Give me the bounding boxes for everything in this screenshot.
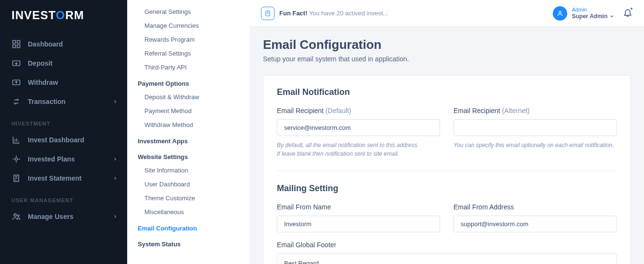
dashboard-icon <box>12 39 21 49</box>
funfact-bold: Fun Fact! <box>279 10 308 17</box>
brand-part1: INVEST <box>12 9 56 22</box>
subnav-system-status[interactable]: System Status <box>127 235 250 251</box>
subnav-deposit-withdraw[interactable]: Deposit & Withdraw <box>127 90 250 104</box>
statement-icon <box>12 173 21 183</box>
nav-label: Transaction <box>28 98 66 105</box>
section-title-mailing: Mailing Setting <box>277 184 617 194</box>
label-from-name: Email From Name <box>277 203 440 211</box>
avatar <box>553 6 567 21</box>
subnav-head-website: Website Settings <box>127 148 250 163</box>
notification-dot <box>630 7 633 11</box>
svg-point-10 <box>559 11 561 13</box>
notifications-button[interactable] <box>623 8 632 19</box>
withdraw-icon <box>12 78 21 87</box>
subnav-head-investment-apps[interactable]: Investment Apps <box>127 132 250 148</box>
users-icon <box>12 212 21 221</box>
nav-group-investment: INVESTMENT <box>0 111 127 130</box>
nav-label: Invested Plans <box>28 155 75 163</box>
nav-manage-users[interactable]: Manage Users <box>0 207 127 226</box>
funfact: Fun Fact! You have 20 actived invest... <box>261 7 388 20</box>
svg-rect-2 <box>13 45 16 48</box>
brand-accent: O <box>56 9 65 22</box>
subnav-miscellaneous[interactable]: Miscellaneous <box>127 205 250 219</box>
settings-card: Email Notification Email Recipient (Defa… <box>263 75 631 264</box>
content: Email Configuration Setup your email sys… <box>250 27 644 264</box>
nav-label: Withdraw <box>28 79 58 86</box>
chevron-right-icon <box>113 155 118 163</box>
input-recipient-alt[interactable] <box>453 119 617 136</box>
subnav-site-information[interactable]: Site Information <box>127 163 250 177</box>
svg-rect-3 <box>17 45 20 48</box>
help-recipient-default: By default, all the email notification s… <box>277 141 440 158</box>
subnav-rewards-program[interactable]: Rewards Program <box>127 33 250 46</box>
svg-rect-1 <box>17 41 20 44</box>
page-title: Email Configuration <box>263 37 631 52</box>
plans-icon <box>12 154 21 164</box>
input-recipient-default[interactable] <box>277 119 440 136</box>
user-role: Admin <box>572 7 614 13</box>
brand-logo[interactable]: INVESTORM <box>0 0 127 31</box>
nav-label: Invest Statement <box>28 174 82 182</box>
label-global-footer: Email Global Footer <box>277 241 617 249</box>
chevron-down-icon <box>609 14 614 19</box>
svg-point-8 <box>18 215 19 217</box>
label-from-address: Email From Address <box>453 203 617 211</box>
nav-label: Manage Users <box>28 213 73 220</box>
settings-subnav: General Settings Manage Currencies Rewar… <box>127 0 250 264</box>
page-subtitle: Setup your email system that used in app… <box>263 55 631 63</box>
nav-label: Deposit <box>28 59 52 67</box>
nav-label: Invest Dashboard <box>28 136 84 144</box>
nav-label: Dashboard <box>28 40 63 48</box>
chevron-right-icon <box>113 213 118 220</box>
chart-icon <box>12 135 21 145</box>
input-from-name[interactable] <box>277 216 440 232</box>
nav-invested-plans[interactable]: Invested Plans <box>0 149 127 169</box>
nav-dashboard[interactable]: Dashboard <box>0 34 127 54</box>
subnav-payment-method[interactable]: Payment Method <box>127 104 250 118</box>
subnav-head-payment: Payment Options <box>127 74 250 90</box>
brand-part2: RM <box>65 9 84 22</box>
textarea-global-footer[interactable] <box>277 253 617 264</box>
funfact-icon <box>261 7 274 20</box>
user-menu[interactable]: Admin Super Admin <box>553 6 614 21</box>
subnav-manage-currencies[interactable]: Manage Currencies <box>127 19 250 33</box>
label-recipient-alt: Email Recipient (Alternet) <box>453 107 617 115</box>
divider <box>277 171 617 171</box>
subnav-general-settings[interactable]: General Settings <box>127 5 250 19</box>
label-recipient-default: Email Recipient (Default) <box>277 107 440 115</box>
nav-transaction[interactable]: Transaction <box>0 92 127 111</box>
transaction-icon <box>12 97 21 106</box>
chevron-right-icon <box>113 174 118 182</box>
chevron-right-icon <box>113 98 118 105</box>
subnav-third-party-api[interactable]: Third-Party API <box>127 60 250 74</box>
sidebar: INVESTORM Dashboard Deposit Withdraw Tra… <box>0 0 127 264</box>
svg-rect-0 <box>13 41 16 44</box>
help-recipient-alt: You can specify this email optionally on… <box>453 141 617 149</box>
subnav-user-dashboard[interactable]: User Dashboard <box>127 177 250 191</box>
subnav-email-configuration[interactable]: Email Configuration <box>127 219 250 235</box>
nav-group-user-mgmt: USER MANAGEMENT <box>0 188 127 207</box>
deposit-icon <box>12 58 21 68</box>
subnav-referral-settings[interactable]: Referral Settings <box>127 46 250 60</box>
nav-invest-dashboard[interactable]: Invest Dashboard <box>0 130 127 149</box>
subnav-theme-customize[interactable]: Theme Customize <box>127 191 250 205</box>
svg-point-7 <box>14 214 16 216</box>
subnav-withdraw-method[interactable]: Withdraw Method <box>127 118 250 132</box>
input-from-address[interactable] <box>453 216 617 232</box>
nav-deposit[interactable]: Deposit <box>0 54 127 73</box>
section-title-notification: Email Notification <box>277 87 617 97</box>
user-name: Super Admin <box>572 13 608 20</box>
svg-point-6 <box>15 158 18 161</box>
nav-invest-statement[interactable]: Invest Statement <box>0 169 127 188</box>
funfact-text: You have 20 actived invest... <box>309 10 388 17</box>
nav-withdraw[interactable]: Withdraw <box>0 73 127 92</box>
topbar: Fun Fact! You have 20 actived invest... … <box>250 0 644 27</box>
